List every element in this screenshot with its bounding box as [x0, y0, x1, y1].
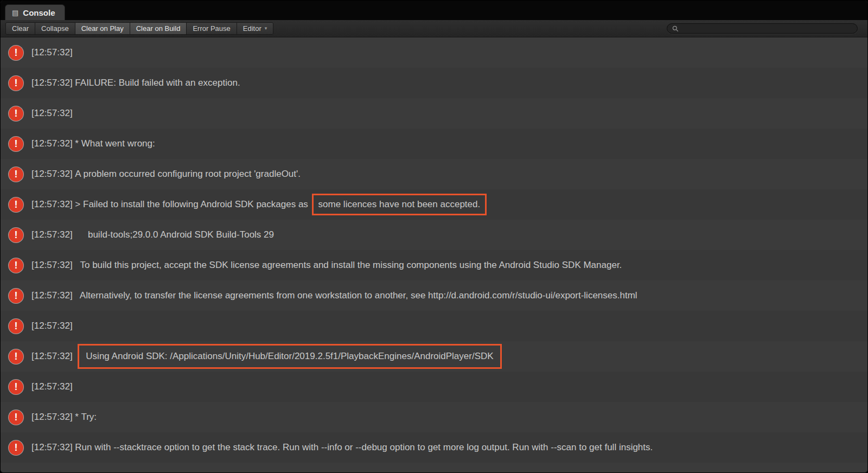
clear-on-play-button[interactable]: Clear on Play — [75, 23, 130, 34]
clear-on-build-button[interactable]: Clear on Build — [130, 23, 187, 34]
log-timestamp: [12:57:32] — [31, 351, 75, 362]
log-message: [12:57:32] * What went wrong: — [31, 138, 155, 149]
log-row[interactable]: ![12:57:32] FAILURE: Build failed with a… — [1, 68, 867, 98]
log-text: build-tools;29.0.0 Android SDK Build-Too… — [75, 229, 274, 240]
log-timestamp: [12:57:32] — [31, 260, 75, 271]
log-list: ![12:57:32] ![12:57:32] FAILURE: Build f… — [1, 37, 867, 472]
error-icon: ! — [9, 197, 23, 212]
log-timestamp: [12:57:32] — [31, 412, 75, 423]
log-row[interactable]: ![12:57:32] Using Android SDK: /Applicat… — [1, 341, 867, 372]
log-timestamp: [12:57:32] — [31, 138, 75, 149]
error-icon: ! — [9, 349, 23, 364]
log-message: [12:57:32] — [31, 321, 75, 331]
titlebar: ▤ Console — [1, 1, 867, 20]
chevron-down-icon: ▾ — [265, 26, 267, 31]
log-timestamp: [12:57:32] — [31, 290, 75, 301]
error-icon: ! — [9, 410, 23, 425]
log-timestamp: [12:57:32] — [31, 442, 75, 453]
error-icon: ! — [9, 167, 23, 182]
log-message: [12:57:32] — [31, 47, 75, 58]
log-message: [12:57:32] To build this project, accept… — [31, 260, 622, 271]
search-field[interactable] — [667, 23, 858, 34]
log-text: Alternatively, to transfer the license a… — [75, 290, 637, 301]
log-row[interactable]: ![12:57:32] — [1, 372, 867, 402]
log-row[interactable]: ![12:57:32] — [1, 98, 867, 129]
log-row[interactable]: ![12:57:32] * What went wrong: — [1, 129, 867, 159]
error-icon: ! — [9, 258, 23, 273]
log-text: FAILURE: Build failed with an exception. — [75, 78, 240, 88]
clear-button[interactable]: Clear — [6, 23, 35, 34]
log-timestamp: [12:57:32] — [31, 321, 75, 331]
error-icon: ! — [9, 319, 23, 334]
log-message: [12:57:32] build-tools;29.0.0 Android SD… — [31, 229, 274, 240]
log-message: [12:57:32] > Failed to install the follo… — [31, 194, 487, 215]
log-text: Run with --stacktrace option to get the … — [75, 442, 653, 453]
error-icon: ! — [9, 137, 23, 151]
log-row[interactable]: ![12:57:32] > Failed to install the foll… — [1, 189, 867, 220]
log-text: * What went wrong: — [75, 138, 155, 149]
editor-dropdown-button[interactable]: Editor ▾ — [237, 23, 273, 34]
log-row[interactable]: ![12:57:32] — [1, 37, 867, 68]
log-timestamp: [12:57:32] — [31, 169, 75, 180]
toolbar-button-group: Clear Collapse Clear on Play Clear on Bu… — [5, 22, 273, 35]
log-text: To build this project, accept the SDK li… — [75, 260, 622, 271]
log-text: * Try: — [75, 412, 97, 423]
error-icon: ! — [9, 106, 23, 121]
log-message: [12:57:32] * Try: — [31, 412, 97, 423]
log-timestamp: [12:57:32] — [31, 229, 75, 240]
collapse-button[interactable]: Collapse — [35, 23, 75, 34]
console-icon: ▤ — [12, 9, 18, 16]
log-row[interactable]: ![12:57:32] * Try: — [1, 402, 867, 432]
log-text: > Failed to install the following Androi… — [75, 199, 310, 210]
log-message: [12:57:32] Run with --stacktrace option … — [31, 442, 653, 453]
log-row[interactable]: ![12:57:32] A problem occurred configuri… — [1, 159, 867, 189]
log-text: A problem occurred configuring root proj… — [75, 169, 301, 180]
highlight-box: Using Android SDK: /Applications/Unity/H… — [78, 344, 501, 369]
log-row[interactable]: ![12:57:32] To build this project, accep… — [1, 250, 867, 280]
error-icon: ! — [9, 380, 23, 394]
log-row[interactable]: ![12:57:32] — [1, 311, 867, 341]
search-input[interactable] — [681, 25, 852, 33]
error-icon: ! — [9, 76, 23, 91]
log-message: [12:57:32] Alternatively, to transfer th… — [31, 290, 637, 301]
log-message: [12:57:32] — [31, 108, 75, 119]
tab-label: Console — [23, 8, 55, 17]
log-message: [12:57:32] A problem occurred configurin… — [31, 169, 301, 180]
log-timestamp: [12:57:32] — [31, 108, 75, 119]
log-timestamp: [12:57:32] — [31, 381, 75, 392]
error-icon: ! — [9, 289, 23, 303]
log-row[interactable]: ![12:57:32] Run with --stacktrace option… — [1, 432, 867, 463]
error-pause-button[interactable]: Error Pause — [187, 23, 237, 34]
log-timestamp: [12:57:32] — [31, 78, 75, 88]
search-icon — [672, 25, 679, 32]
toolbar: Clear Collapse Clear on Play Clear on Bu… — [1, 20, 867, 37]
error-icon: ! — [9, 46, 23, 60]
log-message: [12:57:32] Using Android SDK: /Applicati… — [31, 344, 502, 369]
console-window: ▤ Console Clear Collapse Clear on Play C… — [0, 0, 868, 473]
log-row[interactable]: ![12:57:32] Alternatively, to transfer t… — [1, 280, 867, 311]
log-message: [12:57:32] — [31, 381, 75, 392]
log-row[interactable]: ![12:57:32] build-tools;29.0.0 Android S… — [1, 220, 867, 250]
log-timestamp: [12:57:32] — [31, 199, 75, 210]
tab-console[interactable]: ▤ Console — [5, 4, 65, 20]
error-icon: ! — [9, 440, 23, 455]
log-message: [12:57:32] FAILURE: Build failed with an… — [31, 78, 240, 88]
editor-dropdown-label: Editor — [243, 24, 261, 33]
error-icon: ! — [9, 228, 23, 242]
highlight-box: some licences have not been accepted. — [312, 194, 487, 215]
log-timestamp: [12:57:32] — [31, 47, 75, 58]
